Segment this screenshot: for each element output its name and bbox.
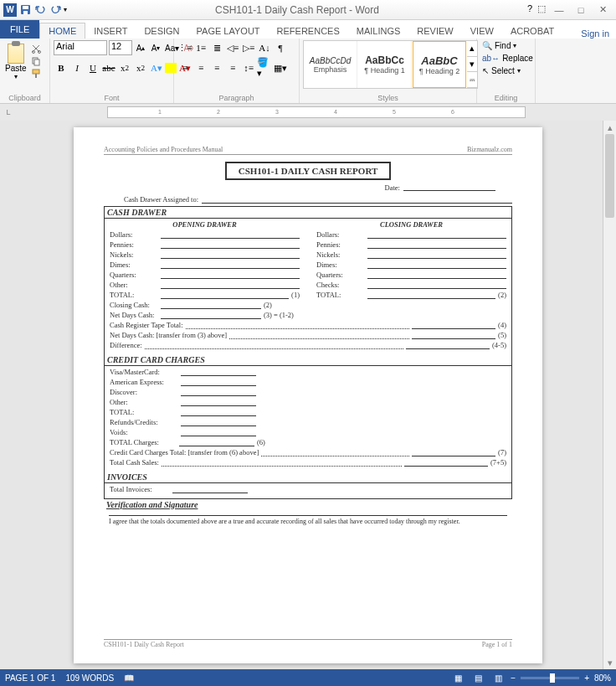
maximize-button[interactable]: □ xyxy=(572,3,589,17)
multilevel-icon[interactable]: ≣ xyxy=(209,40,224,55)
line-spacing-icon[interactable]: ↕≡ xyxy=(241,60,256,75)
superscript-button[interactable]: x2 xyxy=(133,60,148,75)
field-label: Pennies: xyxy=(110,240,158,249)
font-size-select[interactable]: 12 xyxy=(109,40,132,55)
cut-icon[interactable] xyxy=(31,44,43,55)
doc-footer-right: Page 1 of 1 xyxy=(482,641,512,648)
strikethrough-button[interactable]: abc xyxy=(101,60,116,75)
style-heading1[interactable]: AaBbCc ¶ Heading 1 xyxy=(358,41,412,88)
field-label: TOTAL: xyxy=(316,291,365,299)
tab-acrobat[interactable]: ACROBAT xyxy=(502,23,562,39)
select-button[interactable]: ↖ Select▾ xyxy=(480,65,522,76)
gallery-down-icon[interactable]: ▾ xyxy=(467,57,477,73)
ribbon-tabs: FILE HOME INSERT DESIGN PAGE LAYOUT REFE… xyxy=(0,20,616,39)
style-heading2[interactable]: AaBbC ¶ Heading 2 xyxy=(413,41,466,88)
page-count[interactable]: PAGE 1 OF 1 xyxy=(5,673,55,683)
doc-header-right: Bizmanualz.com xyxy=(467,146,512,153)
shading-icon[interactable]: 🪣▾ xyxy=(257,60,272,75)
section-verification: Verification and Signature xyxy=(104,499,512,510)
subscript-button[interactable]: x2 xyxy=(117,60,132,75)
document-page[interactable]: Accounting Policies and Procedures Manua… xyxy=(74,127,542,663)
paste-button[interactable]: Paste ▾ xyxy=(3,40,28,84)
document-area: Accounting Policies and Procedures Manua… xyxy=(0,121,616,669)
group-styles: AaBbCcDd Emphasis AaBbCc ¶ Heading 1 AaB… xyxy=(300,39,477,103)
decrease-indent-icon[interactable]: ◁≡ xyxy=(225,40,240,55)
tab-insert[interactable]: INSERT xyxy=(85,23,136,39)
align-right-icon[interactable]: ≡ xyxy=(209,60,224,75)
field-label: Nickels: xyxy=(110,250,158,259)
doc-header-left: Accounting Policies and Procedures Manua… xyxy=(104,146,223,153)
svg-rect-6 xyxy=(34,59,39,65)
field-label: TOTAL: xyxy=(110,291,158,299)
show-marks-icon[interactable]: ¶ xyxy=(273,40,288,55)
ribbon-display-icon[interactable]: ⬚ xyxy=(537,3,546,17)
tab-home[interactable]: HOME xyxy=(39,23,85,39)
word-count[interactable]: 109 WORDS xyxy=(65,673,114,683)
bullets-icon[interactable]: ⋮≡ xyxy=(177,40,192,55)
window-title: CSH101-1 Daily Cash Report - Word xyxy=(67,4,527,16)
print-layout-icon[interactable]: ▤ xyxy=(470,672,485,683)
gallery-up-icon[interactable]: ▴ xyxy=(467,41,477,57)
shrink-font-icon[interactable]: A▾ xyxy=(149,40,162,55)
format-painter-icon[interactable] xyxy=(31,69,43,80)
copy-icon[interactable] xyxy=(31,56,43,68)
minimize-button[interactable]: — xyxy=(551,3,567,17)
replace-button[interactable]: ab↔ Replace xyxy=(480,53,535,64)
spell-check-icon[interactable]: 📖 xyxy=(124,673,134,683)
gallery-more-icon[interactable]: ⎓ xyxy=(467,72,477,88)
tab-view[interactable]: VIEW xyxy=(462,23,502,39)
zoom-level[interactable]: 80% xyxy=(594,673,611,683)
help-icon[interactable]: ? xyxy=(527,3,532,17)
style-emphasis[interactable]: AaBbCcDd Emphasis xyxy=(304,41,357,88)
tab-selector[interactable]: L xyxy=(0,104,17,121)
scroll-down-icon[interactable]: ▾ xyxy=(603,656,616,669)
tab-file[interactable]: FILE xyxy=(0,20,39,39)
svg-rect-1 xyxy=(23,6,28,9)
web-layout-icon[interactable]: ▥ xyxy=(490,672,506,683)
zoom-slider[interactable] xyxy=(521,677,579,679)
align-center-icon[interactable]: ≡ xyxy=(193,60,208,75)
sort-icon[interactable]: A↓ xyxy=(257,40,272,55)
word-app-icon: W xyxy=(3,3,17,17)
numbering-icon[interactable]: 1≡ xyxy=(193,40,208,55)
horizontal-ruler[interactable]: 123 456 xyxy=(107,106,526,118)
field-label: Nickels: xyxy=(316,250,365,259)
underline-button[interactable]: U xyxy=(85,60,100,75)
find-button[interactable]: 🔍 Find▾ xyxy=(480,40,518,51)
section-cash-drawer: CASH DRAWER xyxy=(105,207,511,219)
italic-button[interactable]: I xyxy=(69,60,85,75)
zoom-out-button[interactable]: − xyxy=(511,673,516,683)
undo-icon[interactable] xyxy=(33,3,47,17)
close-button[interactable]: ✕ xyxy=(594,3,611,17)
style-gallery[interactable]: AaBbCcDd Emphasis AaBbCc ¶ Heading 1 AaB… xyxy=(303,40,478,89)
borders-icon[interactable]: ▦▾ xyxy=(273,60,288,75)
paste-label: Paste xyxy=(5,64,27,73)
bold-button[interactable]: B xyxy=(54,60,69,75)
tab-design[interactable]: DESIGN xyxy=(136,23,187,39)
tab-page-layout[interactable]: PAGE LAYOUT xyxy=(188,23,269,39)
assigned-label: Cash Drawer Assigned to: xyxy=(124,195,198,204)
text-effects-icon[interactable]: A▾ xyxy=(149,60,164,75)
align-left-icon[interactable]: ≡ xyxy=(177,60,192,75)
status-bar: PAGE 1 OF 1 109 WORDS 📖 ▦ ▤ ▥ − + 80% xyxy=(0,669,616,686)
zoom-in-button[interactable]: + xyxy=(584,673,589,683)
field-label: Dollars: xyxy=(316,230,365,239)
ribbon: Paste ▾ Clipboard Arial 12 A▴ A▾ Aa▾ A◊ … xyxy=(0,39,616,104)
increase-indent-icon[interactable]: ▷≡ xyxy=(241,40,256,55)
title-bar: W ▾ CSH101-1 Daily Cash Report - Word ? … xyxy=(0,0,616,20)
scroll-up-icon[interactable]: ▴ xyxy=(603,121,616,134)
scrollbar-thumb[interactable] xyxy=(605,134,614,218)
grow-font-icon[interactable]: A▴ xyxy=(134,40,147,55)
tab-review[interactable]: REVIEW xyxy=(408,23,461,39)
vertical-scrollbar[interactable]: ▴ ▾ xyxy=(603,121,616,669)
redo-icon[interactable] xyxy=(49,3,62,17)
font-family-select[interactable]: Arial xyxy=(54,40,107,55)
sign-in-link[interactable]: Sign in xyxy=(581,28,616,39)
justify-icon[interactable]: ≡ xyxy=(225,60,240,75)
field-label: Quarters: xyxy=(110,271,158,279)
section-credit-card: CREDIT CARD CHARGES xyxy=(105,354,511,366)
read-mode-icon[interactable]: ▦ xyxy=(450,672,465,683)
tab-mailings[interactable]: MAILINGS xyxy=(348,23,409,39)
save-icon[interactable] xyxy=(18,3,32,17)
tab-references[interactable]: REFERENCES xyxy=(269,23,348,39)
